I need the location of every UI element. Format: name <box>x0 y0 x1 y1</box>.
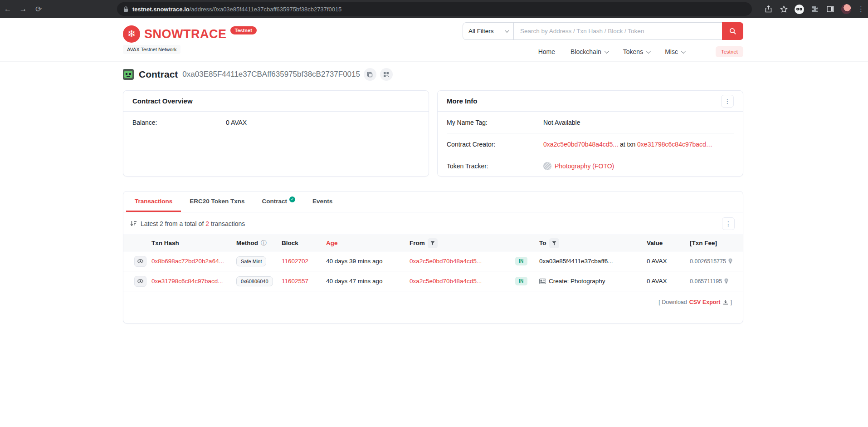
value-cell: 0 AVAX <box>647 278 690 285</box>
funnel-icon <box>552 241 556 245</box>
info-icon[interactable]: ⓘ <box>261 239 267 247</box>
creation-txn-link[interactable]: 0xe31798c6c84c97bacd… <box>637 141 712 148</box>
chevron-down-icon <box>646 49 651 54</box>
balance-value: 0 AVAX <box>226 119 247 126</box>
eye-icon <box>137 259 143 263</box>
to-filter-button[interactable] <box>549 238 559 248</box>
to-address: 0xa03e85f4411e37cbaff6... <box>539 258 647 265</box>
search-icon <box>729 28 736 35</box>
transactions-toolbar: Latest 2 from a total of 2 transactions … <box>123 212 743 235</box>
contract-address: 0xa03E85F4411e37CBAff635975bf38cB2737F00… <box>182 70 360 79</box>
nav-testnet-badge[interactable]: Testnet <box>716 46 743 57</box>
nav-misc[interactable]: Misc <box>665 48 684 55</box>
age-value: 40 days 47 mins ago <box>326 278 410 285</box>
tab-contract[interactable]: Contract✓ <box>254 191 304 212</box>
txn-hash-link[interactable]: 0xe31798c6c84c97bacd... <box>151 278 223 285</box>
browser-forward-icon[interactable]: → <box>15 5 31 14</box>
search-filter-dropdown[interactable]: All Filters <box>463 23 514 39</box>
name-tag-value: Not Available <box>543 119 580 126</box>
method-badge: 0x60806040 <box>236 276 273 286</box>
gas-lightbulb-icon[interactable]: $ <box>724 278 729 285</box>
col-from: From <box>410 238 515 248</box>
overview-card-title: Contract Overview <box>132 97 193 105</box>
address-bar[interactable]: testnet.snowtrace.io/address/0xa03e85f44… <box>117 2 752 16</box>
browser-menu-icon[interactable]: ⋮ <box>858 5 864 13</box>
to-contract-name: Create: Photography <box>549 278 605 285</box>
sort-icon <box>130 221 137 227</box>
method-badge: Safe Mint <box>236 256 266 266</box>
nav-divider <box>700 47 700 57</box>
network-label: AVAX Testnet Network <box>123 45 180 54</box>
block-link[interactable]: 11602702 <box>282 258 308 265</box>
block-link[interactable]: 11602557 <box>282 278 308 285</box>
svg-text:$: $ <box>730 259 731 261</box>
txn-total-count: 2 <box>205 220 209 227</box>
preview-txn-button[interactable] <box>134 276 146 287</box>
search-filter-label: All Filters <box>468 28 494 34</box>
bookmark-star-icon[interactable] <box>779 5 788 14</box>
download-icon <box>723 299 728 305</box>
chevron-down-icon <box>505 28 509 33</box>
brand-testnet-badge: Testnet <box>230 26 257 34</box>
col-value: Value <box>647 240 690 246</box>
col-txn-fee: [Txn Fee] <box>690 240 732 246</box>
txn-hash-link[interactable]: 0x8b698ac72bd20b2a64... <box>151 258 224 265</box>
side-panel-icon[interactable] <box>826 5 835 14</box>
tab-erc20-token-txns[interactable]: ERC20 Token Txns <box>181 191 253 212</box>
copy-icon <box>367 72 373 78</box>
from-address-link[interactable]: 0xa2c5e0bd70b48a4cd5... <box>410 278 482 285</box>
nav-home[interactable]: Home <box>538 48 555 55</box>
qr-code-icon <box>383 72 389 78</box>
transactions-card: Transactions ERC20 Token Txns Contract✓ … <box>123 191 743 324</box>
csv-export-line: [ Download CSV Export ] <box>123 291 743 305</box>
extension-owl-icon[interactable] <box>795 5 804 14</box>
share-icon[interactable] <box>764 5 773 14</box>
more-info-menu-button[interactable]: ⋮ <box>721 95 734 108</box>
txn-fee: 0.0026515775 <box>690 258 726 265</box>
more-info-card: More Info ⋮ My Name Tag: Not Available C… <box>437 90 743 177</box>
token-tracker-link[interactable]: Photography (FOTO) <box>555 162 614 170</box>
url-host: testnet.snowtrace.io <box>132 6 190 13</box>
brand-name: SNOWTRACE <box>144 27 227 41</box>
from-filter-button[interactable] <box>428 238 438 248</box>
tab-transactions[interactable]: Transactions <box>126 191 181 212</box>
copy-address-button[interactable] <box>364 68 376 81</box>
browser-profile-avatar[interactable] <box>841 4 851 14</box>
table-header-row: Txn Hash Methodⓘ Block Age From To Value… <box>123 235 743 251</box>
from-address-link[interactable]: 0xa2c5e0bd70b48a4cd5... <box>410 258 482 265</box>
browser-back-icon[interactable]: ← <box>0 5 15 14</box>
verified-check-icon: ✓ <box>289 196 295 202</box>
funnel-icon <box>430 241 435 245</box>
site-header: ❄ SNOWTRACE Testnet AVAX Testnet Network… <box>0 18 868 62</box>
brand-logo[interactable]: ❄ SNOWTRACE Testnet <box>123 25 257 43</box>
balance-label: Balance: <box>132 119 226 126</box>
col-txn-hash: Txn Hash <box>151 240 236 246</box>
gas-lightbulb-icon[interactable]: $ <box>728 258 733 265</box>
preview-txn-button[interactable] <box>134 256 146 267</box>
token-tracker-label: Token Tracker: <box>447 162 543 170</box>
col-method: Methodⓘ <box>236 239 282 247</box>
search-input[interactable] <box>514 23 722 39</box>
svg-text:$: $ <box>726 279 727 281</box>
creator-address-link[interactable]: 0xa2c5e0bd70b48a4cd5... <box>543 141 618 148</box>
col-block: Block <box>282 240 326 246</box>
table-options-button[interactable]: ⋮ <box>722 217 735 230</box>
qr-code-button[interactable] <box>380 68 393 81</box>
search-bar: All Filters <box>463 22 743 40</box>
table-row: 0x8b698ac72bd20b2a64... Safe Mint 116027… <box>123 251 743 271</box>
col-to: To <box>539 238 647 248</box>
direction-badge: IN <box>515 277 527 285</box>
search-button[interactable] <box>722 22 743 40</box>
chevron-down-icon <box>681 49 686 54</box>
nav-blockchain[interactable]: Blockchain <box>571 48 608 55</box>
col-age[interactable]: Age <box>326 240 410 246</box>
address-identicon <box>123 69 134 80</box>
browser-reload-icon[interactable]: ⟳ <box>31 5 46 14</box>
csv-export-link[interactable]: CSV Export <box>689 299 721 305</box>
nav-tokens[interactable]: Tokens <box>623 48 649 55</box>
more-info-card-title: More Info <box>447 97 478 105</box>
tab-bar: Transactions ERC20 Token Txns Contract✓ … <box>123 191 743 212</box>
tab-events[interactable]: Events <box>304 191 341 212</box>
snowtrace-contract-page: ← → ⟳ testnet.snowtrace.io/address/0xa03… <box>0 0 868 427</box>
extensions-puzzle-icon[interactable] <box>810 5 819 14</box>
